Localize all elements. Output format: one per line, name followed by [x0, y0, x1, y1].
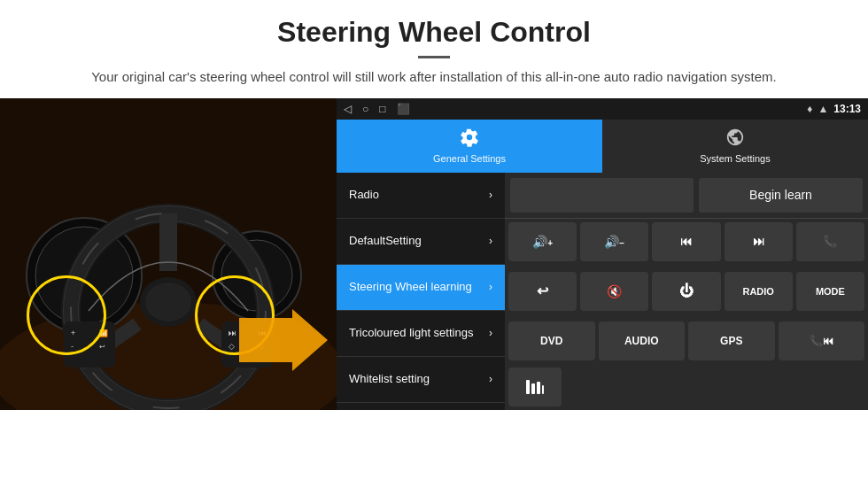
svg-point-14	[145, 283, 191, 321]
radio-mode-button[interactable]: RADIO	[725, 272, 793, 311]
mode-button[interactable]: MODE	[796, 272, 864, 311]
menu-default-chevron: ›	[489, 235, 492, 247]
gps-status-icon: ♦	[807, 103, 812, 115]
menu-item-radio[interactable]: Radio ›	[337, 173, 505, 219]
phone-icon: 📞	[823, 235, 837, 248]
menu-default-label: DefaultSetting	[349, 234, 422, 248]
clock-display: 13:13	[833, 103, 861, 115]
tab-general-settings[interactable]: General Settings	[337, 120, 602, 173]
svg-rect-28	[531, 383, 535, 394]
title-divider	[418, 56, 450, 58]
menu-whitelist-chevron: ›	[489, 373, 492, 385]
menu-item-whitelist[interactable]: Whitelist setting ›	[337, 357, 505, 403]
tab-general-label: General Settings	[433, 153, 506, 164]
controls-row-1: 🔊+ 🔊− ⏮ ⏭ 📞 ↩	[505, 219, 868, 321]
status-bar-right: ♦ ▲ 13:13	[807, 103, 861, 115]
menu-steering-label: Steering Wheel learning	[349, 280, 472, 294]
main-panel: Radio › DefaultSetting › Steering Wheel …	[337, 173, 868, 410]
power-icon: ⏻	[679, 283, 694, 299]
content-area: ▲ + - 📶	[0, 98, 868, 410]
mute-icon: 🔇	[607, 284, 622, 298]
vol-up-icon: 🔊+	[532, 235, 553, 249]
hang-up-icon: ↩	[537, 283, 548, 299]
status-bar-left: ◁ ○ □ ⬛	[344, 103, 410, 115]
radio-label: RADIO	[742, 286, 773, 297]
gps-button[interactable]: GPS	[688, 321, 775, 360]
menu-whitelist-label: Whitelist setting	[349, 372, 430, 386]
dvd-button[interactable]: DVD	[508, 321, 595, 360]
car-image-area: ▲ + - 📶	[0, 98, 337, 410]
recent-nav-icon[interactable]: □	[379, 103, 385, 115]
android-unit: ◁ ○ □ ⬛ ♦ ▲ 13:13 General Settings	[337, 98, 868, 410]
controls-row-4	[505, 364, 868, 410]
mode-label: MODE	[816, 286, 845, 297]
arrow-indicator	[239, 309, 328, 375]
menu-radio-label: Radio	[349, 188, 379, 202]
next-track-button[interactable]: ⏭	[725, 222, 793, 261]
menu-item-default-setting[interactable]: DefaultSetting ›	[337, 219, 505, 265]
menu-steering-chevron: ›	[489, 281, 492, 293]
svg-marker-26	[239, 309, 328, 371]
phone-prev-next-button[interactable]: 📞⏮	[779, 321, 865, 360]
audio-label: AUDIO	[624, 335, 659, 347]
screenshot-icon[interactable]: ⬛	[397, 103, 410, 115]
left-menu: Radio › DefaultSetting › Steering Wheel …	[337, 173, 505, 410]
svg-text:↩: ↩	[99, 343, 105, 351]
equalizer-button[interactable]	[508, 368, 562, 406]
menu-item-steering-wheel[interactable]: Steering Wheel learning ›	[337, 265, 505, 311]
controls-row-3: DVD AUDIO GPS 📞⏮	[505, 321, 868, 364]
status-bar: ◁ ○ □ ⬛ ♦ ▲ 13:13	[337, 98, 868, 120]
general-settings-icon	[460, 128, 479, 151]
svg-rect-29	[537, 382, 540, 394]
signal-status-icon: ▲	[818, 103, 828, 115]
system-settings-icon	[725, 128, 745, 151]
dvd-label: DVD	[540, 335, 562, 347]
prev-icon: ⏮	[680, 235, 692, 248]
tab-bar: General Settings System Settings	[337, 120, 868, 173]
blank-input-area[interactable]	[510, 178, 694, 213]
vol-down-icon: 🔊−	[604, 235, 624, 249]
mute-button[interactable]: 🔇	[580, 272, 648, 311]
back-nav-icon[interactable]: ◁	[344, 103, 352, 115]
phone-button[interactable]: 📞	[796, 222, 864, 261]
menu-radio-chevron: ›	[489, 189, 492, 201]
tab-system-label: System Settings	[700, 153, 770, 164]
home-nav-icon[interactable]: ○	[362, 103, 368, 115]
tab-system-settings[interactable]: System Settings	[602, 120, 868, 173]
audio-button[interactable]: AUDIO	[599, 321, 686, 360]
begin-learn-row: Begin learn	[505, 173, 868, 219]
svg-rect-27	[526, 380, 530, 394]
equalizer-icon	[524, 376, 546, 398]
hang-up-button[interactable]: ↩	[508, 272, 577, 311]
page-title: Steering Wheel Control	[53, 16, 815, 49]
top-section: Steering Wheel Control Your original car…	[0, 0, 868, 98]
menu-item-tricoloured[interactable]: Tricoloured light settings ›	[337, 311, 505, 357]
begin-learn-button[interactable]: Begin learn	[699, 178, 863, 213]
menu-tricoloured-chevron: ›	[489, 327, 492, 339]
power-button[interactable]: ⏻	[652, 272, 720, 311]
volume-up-button[interactable]: 🔊+	[508, 222, 577, 261]
gps-label: GPS	[720, 335, 742, 347]
yellow-circle-left	[27, 275, 106, 355]
menu-tricoloured-label: Tricoloured light settings	[349, 326, 473, 340]
right-controls-panel: Begin learn 🔊+ 🔊− ⏮ ⏭	[505, 173, 868, 410]
next-icon: ⏭	[753, 235, 764, 248]
phone-prev-icon: 📞⏮	[810, 335, 833, 347]
volume-down-button[interactable]: 🔊−	[580, 222, 648, 261]
subtitle-text: Your original car's steering wheel contr…	[53, 67, 815, 88]
prev-track-button[interactable]: ⏮	[652, 222, 720, 261]
svg-rect-30	[542, 385, 544, 394]
begin-learn-label: Begin learn	[749, 188, 812, 202]
